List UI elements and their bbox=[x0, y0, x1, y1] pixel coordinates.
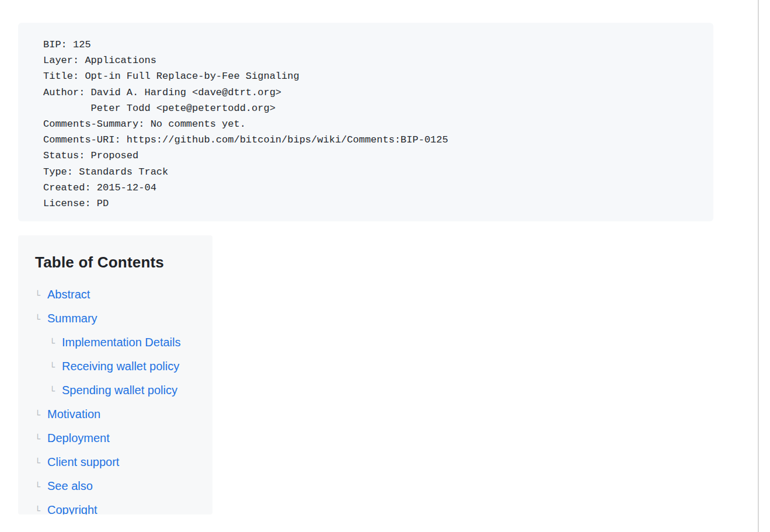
bip-preamble-block: BIP: 125 Layer: Applications Title: Opt-… bbox=[18, 23, 713, 221]
toc-item: └Copyright bbox=[35, 503, 212, 514]
toc-link-deployment[interactable]: Deployment bbox=[47, 432, 110, 445]
corner-bullet-icon: └ bbox=[35, 433, 40, 446]
toc-link-summary[interactable]: Summary bbox=[47, 312, 97, 325]
toc-link-implementation-details[interactable]: Implementation Details bbox=[62, 336, 180, 349]
toc-item: └Receiving wallet policy bbox=[35, 360, 212, 374]
toc-item: └Summary bbox=[35, 312, 212, 326]
table-of-contents-panel: Table of Contents └Abstract└Summary└Impl… bbox=[18, 235, 212, 514]
toc-link-client-support[interactable]: Client support bbox=[47, 455, 119, 469]
toc-link-motivation[interactable]: Motivation bbox=[47, 408, 100, 421]
toc-link-receiving-wallet-policy[interactable]: Receiving wallet policy bbox=[62, 360, 179, 373]
corner-bullet-icon: └ bbox=[35, 313, 40, 326]
corner-bullet-icon: └ bbox=[35, 481, 40, 494]
toc-item: └Deployment bbox=[35, 432, 212, 446]
toc-link-see-also[interactable]: See also bbox=[47, 479, 93, 493]
toc-link-abstract[interactable]: Abstract bbox=[47, 288, 90, 301]
toc-item: └See also bbox=[35, 479, 212, 494]
toc-list: └Abstract└Summary└Implementation Details… bbox=[18, 288, 212, 514]
corner-bullet-icon: └ bbox=[50, 385, 55, 398]
toc-title: Table of Contents bbox=[18, 235, 212, 272]
vertical-divider bbox=[758, 0, 759, 532]
corner-bullet-icon: └ bbox=[35, 409, 40, 422]
corner-bullet-icon: └ bbox=[50, 337, 55, 350]
corner-bullet-icon: └ bbox=[50, 361, 55, 374]
corner-bullet-icon: └ bbox=[35, 289, 40, 302]
toc-item: └Motivation bbox=[35, 408, 212, 422]
toc-item: └Client support bbox=[35, 455, 212, 470]
toc-link-spending-wallet-policy[interactable]: Spending wallet policy bbox=[62, 384, 177, 397]
toc-link-copyright[interactable]: Copyright bbox=[47, 503, 97, 514]
corner-bullet-icon: └ bbox=[35, 457, 40, 470]
corner-bullet-icon: └ bbox=[35, 505, 40, 514]
toc-item: └Abstract bbox=[35, 288, 212, 302]
toc-item: └Implementation Details bbox=[35, 336, 212, 350]
toc-item: └Spending wallet policy bbox=[35, 384, 212, 398]
